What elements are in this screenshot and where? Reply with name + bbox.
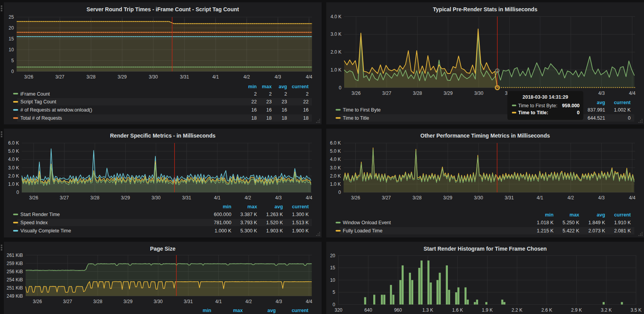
svg-text:4/3: 4/3 bbox=[598, 195, 605, 201]
svg-text:1.903 K: 1.903 K bbox=[266, 228, 283, 234]
svg-text:6.0 K: 6.0 K bbox=[8, 140, 19, 146]
svg-text:3/28: 3/28 bbox=[93, 299, 103, 304]
svg-text:1.849 K: 1.849 K bbox=[588, 220, 606, 225]
svg-text:16: 16 bbox=[282, 107, 287, 113]
svg-text:3/28: 3/28 bbox=[413, 195, 422, 201]
svg-text:3/30: 3/30 bbox=[151, 195, 161, 201]
svg-text:6.0 K: 6.0 K bbox=[330, 140, 341, 146]
svg-text:Time to First Byte: Time to First Byte bbox=[343, 107, 381, 113]
svg-text:3/30: 3/30 bbox=[474, 91, 484, 96]
svg-text:20: 20 bbox=[330, 253, 336, 258]
svg-text:Fully Loaded Time: Fully Loaded Time bbox=[343, 228, 383, 234]
svg-text:644.521: 644.521 bbox=[588, 115, 605, 121]
svg-text:3/26: 3/26 bbox=[351, 195, 360, 201]
svg-text:3/29: 3/29 bbox=[121, 195, 130, 201]
svg-text:4/4: 4/4 bbox=[629, 195, 635, 201]
svg-text:4/3: 4/3 bbox=[276, 299, 282, 304]
svg-text:Render Specific Metrics - in M: Render Specific Metrics - in Millisecond… bbox=[110, 133, 216, 139]
svg-text:1.6 K: 1.6 K bbox=[452, 307, 463, 313]
svg-text:3.387 K: 3.387 K bbox=[240, 212, 258, 217]
svg-text:4/3: 4/3 bbox=[275, 74, 281, 80]
svg-text:15: 15 bbox=[9, 36, 14, 42]
svg-text:current: current bbox=[614, 212, 631, 218]
svg-text:5.422 K: 5.422 K bbox=[562, 228, 580, 234]
svg-text:3.0 K: 3.0 K bbox=[8, 165, 19, 171]
svg-text:1.9 K: 1.9 K bbox=[482, 307, 493, 313]
svg-text:22: 22 bbox=[251, 99, 257, 105]
svg-text:4.0 K: 4.0 K bbox=[330, 157, 341, 162]
svg-text:3.793 K: 3.793 K bbox=[240, 220, 258, 225]
svg-text:5: 5 bbox=[11, 58, 14, 63]
svg-text:251 KiB: 251 KiB bbox=[7, 285, 23, 291]
svg-text:avg: avg bbox=[597, 212, 605, 218]
svg-text:4/2: 4/2 bbox=[245, 299, 252, 304]
svg-text:2: 2 bbox=[284, 91, 287, 97]
svg-text:2.073 K: 2.073 K bbox=[588, 228, 606, 234]
svg-text:Time to First Byte:: Time to First Byte: bbox=[518, 103, 557, 108]
svg-text:4/4: 4/4 bbox=[306, 74, 312, 80]
svg-text:Script Tag Count: Script Tag Count bbox=[21, 99, 57, 105]
svg-text:Start Render Histogram for Tim: Start Render Histogram for Time Frame Ch… bbox=[423, 246, 547, 252]
svg-text:1.215 K: 1.215 K bbox=[537, 228, 554, 234]
svg-text:4/2: 4/2 bbox=[245, 195, 251, 201]
svg-text:1.910 K: 1.910 K bbox=[614, 220, 631, 225]
svg-text:avg: avg bbox=[278, 84, 287, 89]
svg-text:3/27: 3/27 bbox=[63, 299, 72, 304]
svg-text:600.000: 600.000 bbox=[214, 212, 231, 217]
svg-text:25: 25 bbox=[9, 14, 14, 20]
svg-text:min: min bbox=[223, 204, 231, 209]
svg-text:20: 20 bbox=[9, 25, 14, 31]
svg-text:current: current bbox=[292, 308, 309, 313]
svg-text:18: 18 bbox=[282, 115, 287, 121]
svg-text:3/31: 3/31 bbox=[184, 299, 193, 304]
svg-text:max: max bbox=[233, 308, 243, 313]
svg-text:4.0 K: 4.0 K bbox=[8, 157, 19, 162]
svg-text:3/30: 3/30 bbox=[149, 74, 158, 80]
svg-text:3/26: 3/26 bbox=[352, 91, 361, 96]
svg-text:avg: avg bbox=[275, 204, 283, 209]
svg-text:4/2: 4/2 bbox=[244, 74, 250, 80]
svg-text:0: 0 bbox=[11, 69, 14, 74]
svg-text:min: min bbox=[203, 308, 211, 313]
svg-text:4/2: 4/2 bbox=[567, 195, 574, 201]
svg-text:261 KiB: 261 KiB bbox=[7, 253, 23, 258]
svg-text:1.018 K: 1.018 K bbox=[537, 220, 554, 225]
svg-text:4/3: 4/3 bbox=[275, 195, 282, 201]
svg-text:# of Requests at window.onload: # of Requests at window.onload() bbox=[21, 107, 92, 113]
svg-text:3/29: 3/29 bbox=[443, 195, 453, 201]
svg-text:0: 0 bbox=[332, 302, 335, 307]
svg-text:max: max bbox=[262, 84, 272, 89]
svg-text:3.0 K: 3.0 K bbox=[330, 165, 341, 171]
svg-text:2.0 K: 2.0 K bbox=[330, 173, 341, 179]
svg-text:1.002 K: 1.002 K bbox=[614, 107, 631, 113]
svg-text:320: 320 bbox=[334, 307, 342, 313]
svg-text:3.2 K: 3.2 K bbox=[601, 307, 612, 313]
svg-text:2.6 K: 2.6 K bbox=[541, 307, 552, 313]
svg-text:2.0 K: 2.0 K bbox=[8, 173, 19, 179]
svg-text:max: max bbox=[247, 204, 257, 209]
svg-text:Time to Title:: Time to Title: bbox=[518, 110, 548, 115]
svg-text:0: 0 bbox=[16, 190, 19, 195]
svg-text:3/26: 3/26 bbox=[33, 299, 42, 304]
svg-text:18: 18 bbox=[303, 115, 308, 121]
svg-text:current: current bbox=[614, 100, 631, 105]
svg-text:0: 0 bbox=[338, 190, 341, 195]
svg-text:5: 5 bbox=[332, 290, 335, 295]
svg-text:1.0 K: 1.0 K bbox=[330, 181, 341, 187]
svg-text:3/27: 3/27 bbox=[60, 195, 69, 201]
svg-text:1.520 K: 1.520 K bbox=[266, 220, 283, 225]
svg-text:16: 16 bbox=[251, 107, 257, 113]
svg-text:3/30: 3/30 bbox=[474, 195, 483, 201]
svg-text:Start Render Time: Start Render Time bbox=[21, 212, 60, 217]
svg-text:1.000 K: 1.000 K bbox=[215, 228, 232, 234]
svg-text:3/31: 3/31 bbox=[182, 195, 191, 201]
svg-text:min: min bbox=[248, 84, 257, 89]
svg-text:4/1: 4/1 bbox=[212, 74, 219, 80]
svg-text:3/31: 3/31 bbox=[505, 195, 514, 201]
svg-text:1.3 K: 1.3 K bbox=[422, 307, 433, 313]
svg-text:4/4: 4/4 bbox=[306, 299, 312, 304]
svg-text:min: min bbox=[545, 212, 553, 218]
svg-text:Server Round Trip Times - iFra: Server Round Trip Times - iFrame Count -… bbox=[87, 6, 239, 12]
svg-text:3/29: 3/29 bbox=[444, 91, 453, 96]
svg-text:5.0 K: 5.0 K bbox=[330, 148, 341, 154]
